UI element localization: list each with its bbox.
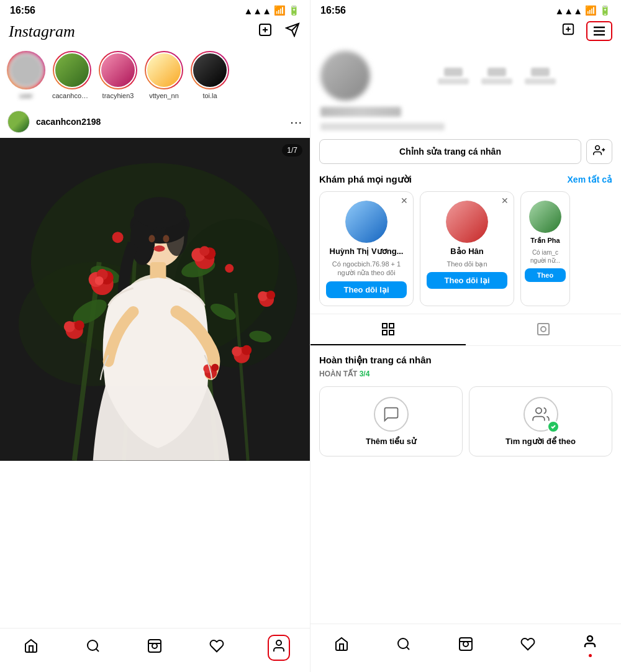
complete-card-bio: Thêm tiểu sử bbox=[319, 386, 463, 456]
post-counter: 1/7 bbox=[282, 144, 302, 157]
post-image: 1/7 bbox=[0, 138, 310, 461]
find-people-label: Tìm người để theo bbox=[505, 437, 576, 446]
search-nav-button[interactable] bbox=[83, 636, 103, 660]
svg-point-73 bbox=[541, 327, 546, 332]
discover-header: Khám phá mọi người Xem tất cả bbox=[319, 174, 612, 185]
suggestion-avatar-1 bbox=[345, 201, 388, 243]
story-item-cacanhcon2[interactable]: cacanhcon2... bbox=[52, 51, 92, 99]
story-item-tracyhien3[interactable]: tracyhien3 bbox=[98, 51, 138, 99]
svg-rect-69 bbox=[389, 324, 394, 328]
tab-tagged[interactable] bbox=[466, 314, 621, 345]
complete-card-find-people: Tìm người để theo bbox=[469, 386, 612, 456]
stories-row: user cacanhcon2... tracyhien3 vttyen_nn bbox=[0, 47, 310, 106]
story-item-blurred[interactable]: user bbox=[6, 51, 46, 99]
svg-point-58 bbox=[276, 640, 281, 645]
profile-avatar bbox=[320, 51, 370, 101]
right-time: 16:56 bbox=[320, 5, 346, 16]
left-status-icons: ▲▲▲ 📶 🔋 bbox=[243, 5, 300, 16]
svg-rect-77 bbox=[460, 638, 472, 650]
instagram-logo: Instagram bbox=[9, 22, 75, 41]
svg-point-30 bbox=[75, 320, 84, 330]
right-status-bar: 16:56 ▲▲▲ 📶 🔋 bbox=[310, 0, 621, 19]
suggestion-avatar-3 bbox=[529, 201, 561, 233]
story-label-blurred: user bbox=[19, 92, 32, 99]
complete-profile-section: Hoàn thiện trang cá nhân HOÀN TẤT 3/4 Th… bbox=[310, 346, 621, 465]
add-person-button[interactable] bbox=[586, 139, 612, 164]
right-wifi-icon: 📶 bbox=[585, 5, 597, 16]
profile-stats bbox=[383, 68, 611, 84]
svg-point-32 bbox=[232, 347, 242, 356]
svg-point-35 bbox=[258, 291, 268, 301]
svg-rect-68 bbox=[383, 324, 387, 328]
post-avatar bbox=[7, 111, 30, 133]
svg-point-37 bbox=[112, 232, 124, 243]
follow-back-button-1[interactable]: Theo dõi lại bbox=[326, 281, 407, 298]
follow-back-button-2[interactable]: Theo dõi lại bbox=[427, 272, 507, 289]
story-item-vttyen[interactable]: vttyen_nn bbox=[144, 51, 184, 99]
find-people-icon-wrap bbox=[524, 397, 558, 432]
svg-point-39 bbox=[225, 264, 233, 273]
svg-point-53 bbox=[88, 640, 97, 650]
suggestion-avatar-2 bbox=[446, 201, 488, 243]
post-header: cacanhcon2198 ··· bbox=[0, 106, 310, 138]
left-nav-icons bbox=[256, 21, 301, 42]
svg-line-54 bbox=[96, 649, 98, 652]
likes-nav-button[interactable] bbox=[207, 636, 227, 660]
tab-grid[interactable] bbox=[310, 314, 466, 345]
right-search-button[interactable] bbox=[394, 634, 414, 658]
suggestion-mutual-3: Có iam_c người nữ... bbox=[525, 248, 566, 265]
svg-point-48 bbox=[154, 245, 165, 252]
home-nav-button[interactable] bbox=[21, 636, 41, 660]
bio-icon bbox=[374, 397, 409, 432]
story-item-toila[interactable]: toi.la bbox=[190, 51, 230, 99]
follow-back-button-3[interactable]: Theo bbox=[525, 268, 566, 282]
svg-point-80 bbox=[587, 636, 592, 641]
svg-point-36 bbox=[266, 291, 275, 299]
suggestion-mutual-2: Theo dõi bạn bbox=[446, 260, 487, 268]
complete-profile-cards: Thêm tiểu sử bbox=[319, 386, 612, 456]
reels-nav-button[interactable] bbox=[145, 636, 165, 660]
add-post-button[interactable] bbox=[256, 21, 274, 42]
profile-username-blurred bbox=[320, 107, 401, 117]
suggestion-name-1: Huỳnh Thị Vương... bbox=[330, 247, 404, 256]
profile-tabs bbox=[310, 314, 621, 346]
right-reels-button[interactable] bbox=[456, 634, 476, 658]
stat-following bbox=[525, 68, 556, 84]
right-top-nav bbox=[310, 19, 621, 46]
right-status-icons: ▲▲▲ 📶 🔋 bbox=[555, 5, 611, 16]
right-home-button[interactable] bbox=[332, 634, 351, 658]
complete-profile-progress: HOÀN TẤT 3/4 bbox=[319, 368, 612, 379]
svg-point-47 bbox=[163, 235, 169, 242]
svg-point-46 bbox=[149, 235, 155, 242]
post-more-button[interactable]: ··· bbox=[290, 115, 302, 129]
suggestion-card-2: ✕ Bảo Hân Theo dõi bạn Theo dõi lại bbox=[420, 191, 514, 306]
bio-icon-wrap bbox=[374, 397, 409, 432]
story-label-tracyhien3: tracyhien3 bbox=[102, 92, 134, 99]
left-top-nav: Instagram bbox=[0, 19, 310, 47]
suggestion-name-3: Trần Pha bbox=[530, 237, 560, 245]
post-image-content bbox=[0, 138, 310, 461]
discover-title: Khám phá mọi người bbox=[319, 174, 412, 185]
right-profile-button[interactable] bbox=[580, 632, 600, 660]
story-label-toila: toi.la bbox=[202, 92, 217, 99]
suggestions-row: ✕ Huỳnh Thị Vương... Có ngocbich.76.98 +… bbox=[319, 191, 612, 306]
close-suggestion-2[interactable]: ✕ bbox=[501, 196, 509, 206]
signal-icon: ▲▲▲ bbox=[243, 6, 271, 16]
progress-label: HOÀN TẤT bbox=[319, 370, 360, 378]
bio-card-label: Thêm tiểu sử bbox=[366, 437, 416, 446]
story-label-cacanhcon2: cacanhcon2... bbox=[52, 92, 92, 99]
send-button[interactable] bbox=[284, 21, 301, 42]
menu-button[interactable] bbox=[586, 21, 612, 41]
complete-profile-title: Hoàn thiện trang cá nhân bbox=[319, 355, 612, 366]
left-status-bar: 16:56 ▲▲▲ 📶 🔋 bbox=[0, 0, 310, 19]
right-likes-button[interactable] bbox=[518, 634, 538, 658]
close-suggestion-1[interactable]: ✕ bbox=[401, 196, 408, 206]
profile-nav-button[interactable] bbox=[269, 636, 289, 660]
svg-point-23 bbox=[95, 276, 104, 285]
right-signal-icon: ▲▲▲ bbox=[555, 6, 582, 16]
suggestion-name-2: Bảo Hân bbox=[450, 247, 484, 256]
edit-profile-button[interactable]: Chỉnh sửa trang cá nhân bbox=[319, 139, 581, 164]
see-all-button[interactable]: Xem tất cả bbox=[568, 175, 612, 184]
stat-followers bbox=[481, 68, 512, 84]
right-add-button[interactable] bbox=[560, 21, 576, 41]
